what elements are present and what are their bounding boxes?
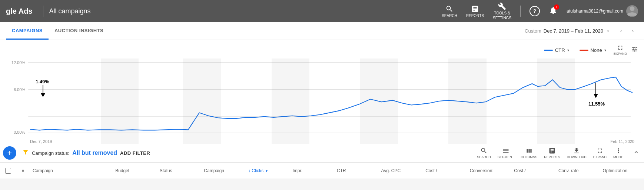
- header-help-btn[interactable]: ?: [530, 6, 540, 16]
- more-icon: [615, 147, 622, 154]
- header-user[interactable]: atulsharma0812@gmail.com: [567, 5, 638, 17]
- sort-icon: ▾: [266, 169, 268, 173]
- metric1-caret: ▾: [567, 48, 569, 52]
- th-campaign-type[interactable]: Campaign: [201, 168, 245, 173]
- filter-bar: + Campaign status: All but removed ADD F…: [0, 144, 644, 162]
- chart-area: CTR ▾ None ▾ EXPAND: [0, 40, 644, 144]
- toolbar-download-btn[interactable]: DOWNLOAD: [567, 147, 587, 159]
- status-dot-icon: [20, 168, 26, 173]
- header-notifications-btn[interactable]: 1: [549, 6, 558, 16]
- annotation-arrow-start: [36, 85, 50, 100]
- th-budget[interactable]: Budget: [112, 168, 157, 173]
- th-conversions[interactable]: Conversion:: [467, 168, 511, 173]
- metric1-label: CTR: [555, 47, 565, 53]
- chart-band-5: [448, 59, 486, 144]
- notification-badge: 1: [554, 4, 559, 10]
- avatar-icon: [626, 5, 638, 17]
- chart-band-1: [101, 59, 139, 144]
- chart-band-6: [537, 59, 575, 144]
- filter-status-value[interactable]: All but removed: [72, 150, 117, 156]
- tab-auction-insights[interactable]: AUCTION INSIGHTS: [49, 23, 109, 40]
- date-range-value: Dec 7, 2019 – Feb 11, 2020: [544, 28, 603, 34]
- toolbar-expand-btn[interactable]: EXPAND: [593, 147, 607, 159]
- more-label: MORE: [613, 155, 623, 159]
- chart-wrapper: 12.00% 6.00% 0.00% 1.49% 11.55% Dec 7, 2…: [6, 59, 638, 144]
- toolbar-expand-icon: [596, 147, 604, 154]
- search-icon: [445, 5, 454, 13]
- toolbar-reports-label: REPORTS: [544, 155, 560, 159]
- metric1-line: [544, 50, 553, 51]
- th-campaign[interactable]: Campaign: [30, 168, 112, 173]
- header-actions: SEARCH REPORTS TOOLS & SETTINGS ? 1 atul…: [442, 2, 638, 20]
- svg-text:0.00%: 0.00%: [14, 130, 25, 134]
- header: gle Ads All campaigns SEARCH REPORTS TOO…: [0, 0, 644, 22]
- search-label: SEARCH: [442, 14, 457, 18]
- tools-icon: [498, 2, 506, 10]
- filter-status-label: Campaign status:: [32, 150, 69, 156]
- metric1-btn[interactable]: CTR ▾: [541, 46, 572, 54]
- collapse-btn[interactable]: [633, 149, 640, 157]
- metric2-btn[interactable]: None ▾: [577, 46, 609, 54]
- metric2-caret: ▾: [604, 48, 606, 52]
- date-range-label: Custom: [525, 28, 541, 34]
- header-search-btn[interactable]: SEARCH: [442, 5, 457, 18]
- select-all-checkbox[interactable]: [5, 168, 11, 174]
- header-reports-btn[interactable]: REPORTS: [466, 5, 484, 18]
- annotation-arrow-end: [588, 83, 603, 101]
- th-impressions[interactable]: Impr.: [289, 168, 334, 173]
- annotation-end-value: 11.55%: [588, 101, 605, 107]
- th-status[interactable]: Status: [157, 168, 201, 173]
- th-dot: [16, 168, 30, 173]
- avatar: [626, 5, 638, 17]
- chart-annotation-end: 11.55%: [588, 83, 605, 107]
- date-range-picker[interactable]: Custom Dec 7, 2019 – Feb 11, 2020 ‹ ›: [525, 26, 638, 36]
- x-label-start: Dec 7, 2019: [30, 139, 52, 144]
- chart-controls: CTR ▾ None ▾ EXPAND: [6, 44, 638, 59]
- toolbar-search-btn[interactable]: SEARCH: [477, 147, 491, 159]
- th-optimization[interactable]: Optimization: [600, 168, 644, 173]
- svg-text:6.00%: 6.00%: [14, 87, 25, 92]
- tab-campaigns[interactable]: CAMPAIGNS: [6, 23, 49, 40]
- chart-filter-btn[interactable]: [631, 46, 638, 54]
- toolbar-reports-btn[interactable]: REPORTS: [544, 147, 560, 159]
- filter-row: Campaign status: All but removed ADD FIL…: [22, 149, 150, 157]
- annotation-start-value: 1.49%: [36, 79, 49, 84]
- th-conv-rate[interactable]: Conv. rate: [555, 168, 600, 173]
- th-clicks[interactable]: ↓ Clicks ▾: [245, 168, 290, 173]
- tools-label: TOOLS &: [494, 11, 510, 15]
- th-cost[interactable]: Cost /: [422, 168, 467, 173]
- chart-annotation-start: 1.49%: [36, 79, 50, 100]
- reports-icon: [471, 5, 479, 13]
- toolbar-more-btn[interactable]: MORE: [613, 147, 623, 159]
- toolbar-columns-btn[interactable]: COLUMNS: [521, 147, 537, 159]
- header-tools-btn[interactable]: TOOLS & SETTINGS: [493, 2, 511, 20]
- toolbar-segment-btn[interactable]: SEGMENT: [498, 147, 514, 159]
- add-filter-btn[interactable]: ADD FILTER: [120, 150, 150, 156]
- toolbar-icons: SEARCH SEGMENT COLUMNS REPORTS DOWNLOAD …: [477, 147, 644, 159]
- date-prev-btn[interactable]: ‹: [616, 26, 626, 36]
- toolbar-reports-icon: [548, 147, 556, 154]
- expand-label: EXPAND: [614, 52, 627, 56]
- segment-label: SEGMENT: [498, 155, 514, 159]
- chart-band-4: [360, 59, 398, 144]
- x-label-end: Feb 11, 2020: [610, 139, 634, 144]
- th-checkbox[interactable]: [0, 168, 16, 174]
- chevron-down-icon: [605, 29, 611, 34]
- th-avg-cpc[interactable]: Avg. CPC: [378, 168, 423, 173]
- logo: gle Ads: [6, 7, 33, 16]
- metric2-line: [580, 50, 588, 51]
- reports-label: REPORTS: [466, 14, 484, 18]
- th-ctr[interactable]: CTR: [334, 168, 378, 173]
- expand-btn[interactable]: EXPAND: [614, 44, 627, 56]
- toolbar-search-label: SEARCH: [477, 155, 491, 159]
- download-label: DOWNLOAD: [567, 155, 587, 159]
- filter-icon: [22, 149, 29, 157]
- date-next-btn[interactable]: ›: [628, 26, 638, 36]
- toolbar-expand-label: EXPAND: [593, 155, 607, 159]
- chart-band-3: [272, 59, 309, 144]
- download-icon: [573, 147, 580, 154]
- columns-icon: [525, 147, 533, 154]
- th-cost-conv[interactable]: Cost /: [511, 168, 555, 173]
- header-divider-2: [520, 6, 521, 17]
- add-campaign-btn[interactable]: +: [3, 146, 16, 160]
